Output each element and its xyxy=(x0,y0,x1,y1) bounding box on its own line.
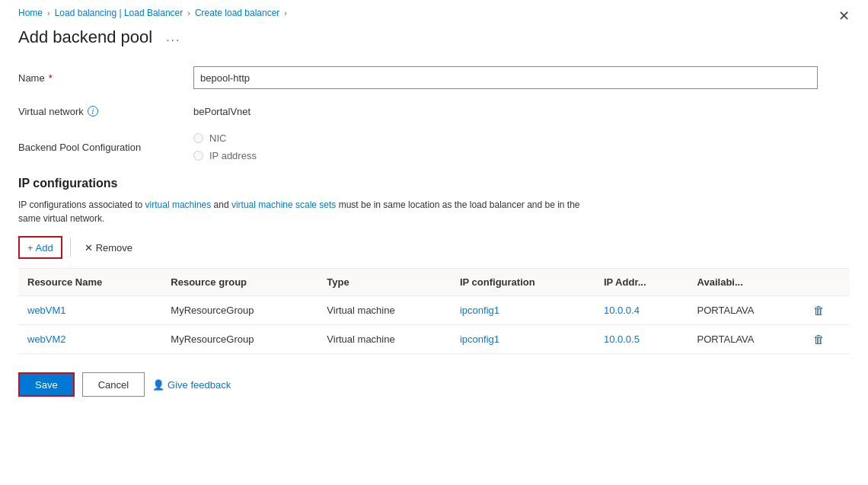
cell-resource-name: webVM2 xyxy=(18,325,161,354)
toolbar: + Add ✕ Remove xyxy=(18,236,850,259)
table-container: Resource Name Resource group Type IP con… xyxy=(18,268,850,354)
radio-ip-label: IP address xyxy=(209,150,257,161)
title-row: Add backend pool ... xyxy=(18,27,850,47)
ip-configurations-info: IP configurations associated to virtual … xyxy=(18,198,597,225)
cell-ip-addr: 10.0.0.5 xyxy=(595,325,688,354)
breadcrumb-load-balancing[interactable]: Load balancing | Load Balancer xyxy=(55,8,183,18)
name-field-row: Name * xyxy=(18,65,850,90)
feedback-person-icon: 👤 xyxy=(152,379,164,391)
feedback-button[interactable]: 👤 Give feedback xyxy=(152,379,231,391)
toolbar-divider xyxy=(70,238,71,257)
cell-ip-addr: 10.0.0.4 xyxy=(595,296,688,325)
ip-config-table: Resource Name Resource group Type IP con… xyxy=(18,269,850,354)
table-body: webVM1 MyResourceGroup Virtual machine i… xyxy=(18,296,850,354)
close-button[interactable]: ✕ xyxy=(838,9,850,23)
virtual-network-field-row: Virtual network i bePortalVnet xyxy=(18,99,850,123)
cell-delete: 🗑 xyxy=(804,296,850,325)
virtual-network-value: bePortalVnet xyxy=(193,106,850,117)
col-resource-group: Resource group xyxy=(161,269,318,296)
name-required: * xyxy=(49,72,53,84)
add-button[interactable]: + Add xyxy=(18,236,62,259)
cell-availability: PORTALAVA xyxy=(688,296,804,325)
page-title: Add backend pool xyxy=(18,27,152,47)
backend-pool-config-label: Backend Pool Configuration xyxy=(18,142,193,153)
cell-ip-config: ipconfig1 xyxy=(451,325,595,354)
vmss-link[interactable]: virtual machine scale sets xyxy=(231,199,336,210)
ellipsis-button[interactable]: ... xyxy=(161,29,185,46)
cell-delete: 🗑 xyxy=(804,325,850,354)
virtual-machines-link[interactable]: virtual machines xyxy=(145,199,212,210)
ip-address-link[interactable]: 10.0.0.4 xyxy=(604,305,640,316)
radio-group: NIC IP address xyxy=(193,132,850,161)
cell-type: Virtual machine xyxy=(318,296,451,325)
feedback-label: Give feedback xyxy=(168,379,231,391)
remove-x-icon: ✕ xyxy=(85,242,93,254)
col-ip-configuration: IP configuration xyxy=(451,269,595,296)
footer: Save Cancel 👤 Give feedback xyxy=(18,372,850,397)
col-ip-addr: IP Addr... xyxy=(595,269,688,296)
delete-icon[interactable]: 🗑 xyxy=(813,304,825,317)
breadcrumb-create-lb[interactable]: Create load balancer xyxy=(195,8,279,18)
name-field-value xyxy=(193,66,850,89)
col-type: Type xyxy=(318,269,451,296)
cell-resource-name: webVM1 xyxy=(18,296,161,325)
radio-ip[interactable]: IP address xyxy=(193,150,850,161)
col-availabi: Availabi... xyxy=(688,269,804,296)
ip-configurations-title: IP configurations xyxy=(18,177,850,190)
table-header-row: Resource Name Resource group Type IP con… xyxy=(18,269,850,296)
form-section: Name * Virtual network i bePortalVnet Ba… xyxy=(18,65,850,161)
name-label: Name * xyxy=(18,72,193,84)
add-backend-pool-panel: Home › Load balancing | Load Balancer › … xyxy=(0,0,868,485)
radio-ip-input[interactable] xyxy=(193,151,203,161)
virtual-network-info-icon[interactable]: i xyxy=(88,106,98,116)
name-input[interactable] xyxy=(193,66,818,89)
save-button[interactable]: Save xyxy=(18,372,75,397)
col-resource-name: Resource Name xyxy=(18,269,161,296)
ip-configurations-section: IP configurations IP configurations asso… xyxy=(18,177,850,354)
cancel-button[interactable]: Cancel xyxy=(82,372,145,397)
breadcrumb: Home › Load balancing | Load Balancer › … xyxy=(18,0,850,27)
radio-nic-label: NIC xyxy=(209,132,226,144)
virtual-network-label: Virtual network i xyxy=(18,106,193,117)
table-row: webVM2 MyResourceGroup Virtual machine i… xyxy=(18,325,850,354)
ip-address-link[interactable]: 10.0.0.5 xyxy=(604,333,640,345)
remove-label: Remove xyxy=(96,242,132,254)
ipconfig-link[interactable]: ipconfig1 xyxy=(460,305,499,316)
radio-nic[interactable]: NIC xyxy=(193,132,850,144)
radio-nic-input[interactable] xyxy=(193,133,203,143)
table-header: Resource Name Resource group Type IP con… xyxy=(18,269,850,296)
cell-resource-group: MyResourceGroup xyxy=(161,296,318,325)
table-row: webVM1 MyResourceGroup Virtual machine i… xyxy=(18,296,850,325)
cell-resource-group: MyResourceGroup xyxy=(161,325,318,354)
breadcrumb-sep-3: › xyxy=(284,8,287,18)
cell-availability: PORTALAVA xyxy=(688,325,804,354)
remove-button[interactable]: ✕ Remove xyxy=(78,236,139,259)
cell-type: Virtual machine xyxy=(318,325,451,354)
resource-name-link[interactable]: webVM2 xyxy=(27,333,66,345)
ipconfig-link[interactable]: ipconfig1 xyxy=(460,333,499,345)
delete-icon[interactable]: 🗑 xyxy=(813,333,825,346)
backend-pool-config-options: NIC IP address xyxy=(193,132,850,161)
col-actions xyxy=(804,269,850,296)
backend-pool-config-row: Backend Pool Configuration NIC IP addres… xyxy=(18,132,850,161)
breadcrumb-sep-1: › xyxy=(47,8,50,18)
resource-name-link[interactable]: webVM1 xyxy=(27,305,66,316)
breadcrumb-home[interactable]: Home xyxy=(18,8,43,18)
cell-ip-config: ipconfig1 xyxy=(451,296,595,325)
breadcrumb-sep-2: › xyxy=(187,8,190,18)
